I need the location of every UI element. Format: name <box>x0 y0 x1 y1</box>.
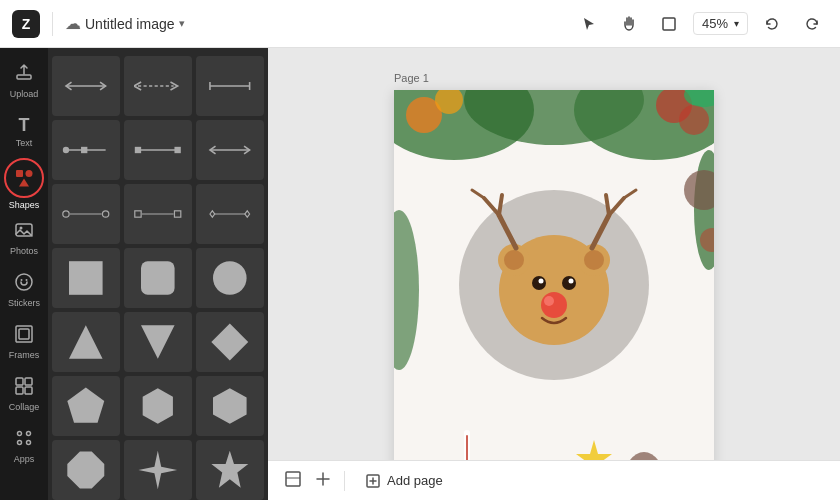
shape-diamond[interactable] <box>196 312 264 372</box>
shape-triangle-down[interactable] <box>124 312 192 372</box>
svg-point-18 <box>18 441 22 445</box>
shape-hexagon-small[interactable] <box>124 376 192 436</box>
stickers-icon <box>14 272 34 296</box>
add-page-label: Add page <box>387 473 443 488</box>
undo-button[interactable] <box>756 8 788 40</box>
sidebar-item-stickers[interactable]: Stickers <box>2 266 46 314</box>
sidebar-item-frames[interactable]: Frames <box>2 318 46 366</box>
zoom-control[interactable]: 45% ▾ <box>693 12 748 35</box>
svg-rect-36 <box>135 211 141 217</box>
shape-bar-line[interactable] <box>196 56 264 116</box>
add-page-button[interactable]: Add page <box>357 469 451 493</box>
shapes-row-basic <box>52 248 264 308</box>
svg-rect-30 <box>175 147 181 153</box>
svg-rect-37 <box>175 211 181 217</box>
shapes-row-lines2 <box>52 120 264 180</box>
svg-marker-47 <box>68 388 105 423</box>
shape-circle[interactable] <box>196 248 264 308</box>
shapes-row-arrows <box>52 56 264 116</box>
shape-circle-ends-line[interactable] <box>52 184 120 244</box>
canvas-page[interactable] <box>394 90 714 460</box>
canvas-area: Page 1 <box>268 48 840 500</box>
page-thumbnail-icon[interactable] <box>284 470 302 492</box>
svg-point-43 <box>213 261 247 295</box>
svg-marker-46 <box>212 324 249 361</box>
svg-point-83 <box>504 250 524 270</box>
svg-point-17 <box>27 432 31 436</box>
svg-rect-0 <box>663 18 675 30</box>
topbar: Z ☁ Untitled image ▾ 45% ▾ <box>0 0 840 48</box>
shape-pentagon[interactable] <box>52 376 120 436</box>
shape-star5[interactable] <box>196 440 264 500</box>
zoom-value: 45% <box>702 16 728 31</box>
sidebar-item-label: Stickers <box>8 298 40 308</box>
svg-point-26 <box>63 147 69 153</box>
svg-point-84 <box>584 250 604 270</box>
shape-rounded-square[interactable] <box>124 248 192 308</box>
svg-rect-27 <box>81 147 87 153</box>
svg-point-94 <box>562 276 576 290</box>
svg-rect-11 <box>19 329 29 339</box>
shapes-row-polygons <box>52 376 264 436</box>
svg-point-6 <box>20 227 23 230</box>
canvas-options-button[interactable] <box>653 8 685 40</box>
svg-marker-48 <box>143 388 173 423</box>
hand-tool-button[interactable] <box>613 8 645 40</box>
sidebar-item-apps[interactable]: Apps <box>2 422 46 470</box>
shapes-row-stars <box>52 440 264 500</box>
sidebar-item-shapes[interactable]: Shapes <box>4 158 44 210</box>
shape-octagon[interactable] <box>52 440 120 500</box>
collage-icon <box>14 376 34 400</box>
svg-point-34 <box>103 211 109 217</box>
svg-point-58 <box>679 105 709 135</box>
text-icon: T <box>19 115 30 136</box>
sidebar-item-label: Collage <box>9 402 40 412</box>
sidebar-item-photos[interactable]: Photos <box>2 214 46 262</box>
sidebar-item-label: Upload <box>10 89 39 99</box>
shape-square[interactable] <box>52 248 120 308</box>
svg-marker-52 <box>212 451 249 488</box>
svg-rect-13 <box>25 378 32 385</box>
svg-marker-50 <box>68 452 105 489</box>
shape-double-arrow[interactable] <box>52 56 120 116</box>
svg-point-98 <box>544 296 554 306</box>
svg-point-8 <box>21 279 23 281</box>
shapes-row-lines3 <box>52 184 264 244</box>
sidebar-item-text[interactable]: T Text <box>2 109 46 154</box>
sidebar-item-label: Apps <box>14 454 35 464</box>
main-area: Upload T Text Shapes Photos <box>0 48 840 500</box>
topbar-title-area: ☁ Untitled image ▾ <box>65 14 565 33</box>
svg-marker-39 <box>210 211 215 217</box>
redo-button[interactable] <box>796 8 828 40</box>
svg-rect-15 <box>25 387 32 394</box>
svg-rect-12 <box>16 378 23 385</box>
shape-dot-square-line[interactable] <box>52 120 120 180</box>
shape-arrow3[interactable] <box>196 120 264 180</box>
shape-dashed-arrow[interactable] <box>124 56 192 116</box>
pointer-tool-button[interactable] <box>573 8 605 40</box>
shape-triangle-up[interactable] <box>52 312 120 372</box>
svg-point-9 <box>26 279 28 281</box>
shape-rect-open-ends-line[interactable] <box>124 184 192 244</box>
svg-point-3 <box>26 170 33 177</box>
svg-point-97 <box>541 292 567 318</box>
sidebar-item-collage[interactable]: Collage <box>2 370 46 418</box>
topbar-right: 45% ▾ <box>573 8 828 40</box>
svg-rect-1 <box>17 75 31 79</box>
svg-point-19 <box>27 441 31 445</box>
svg-point-7 <box>16 274 32 290</box>
svg-marker-40 <box>245 211 250 217</box>
title-chevron-icon[interactable]: ▾ <box>179 17 185 30</box>
svg-point-96 <box>569 279 574 284</box>
photos-icon <box>14 220 34 244</box>
shape-star4[interactable] <box>124 440 192 500</box>
sidebar-item-upload[interactable]: Upload <box>2 56 46 105</box>
page-settings-icon[interactable] <box>314 470 332 492</box>
svg-point-93 <box>532 276 546 290</box>
canvas-scroll[interactable]: Page 1 <box>268 48 840 460</box>
shape-rect-ends-line[interactable] <box>124 120 192 180</box>
shape-diamond-ends-line[interactable] <box>196 184 264 244</box>
sidebar-item-label: Text <box>16 138 33 148</box>
shape-hexagon[interactable] <box>196 376 264 436</box>
canvas-page-wrapper: Page 1 <box>394 72 714 460</box>
